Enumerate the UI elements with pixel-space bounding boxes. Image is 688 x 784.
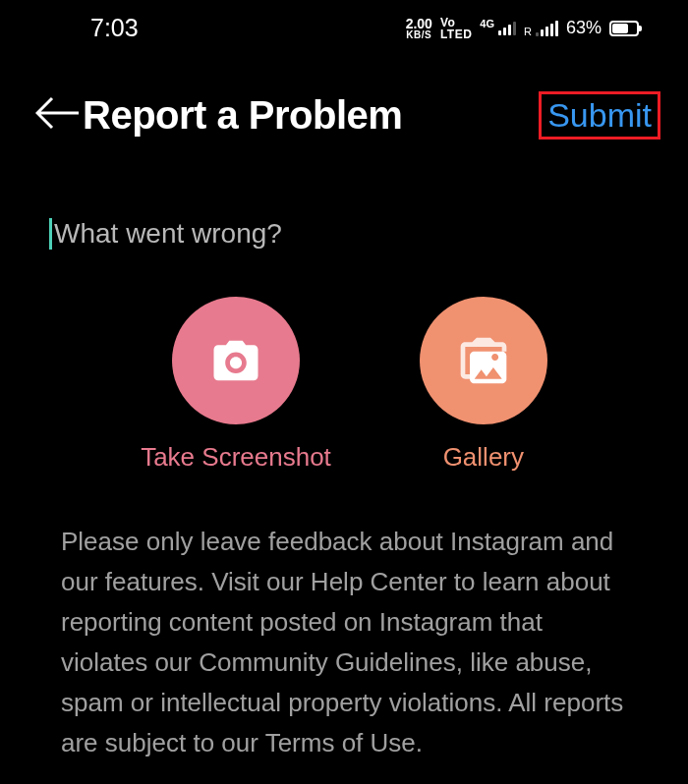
page-title: Report a Problem: [83, 93, 402, 138]
header-left: Report a Problem: [35, 93, 402, 138]
status-time: 7:03: [90, 14, 139, 42]
network-type: 4G: [480, 18, 494, 29]
battery-icon: [609, 21, 639, 36]
volte-indicator: Vo LTED: [440, 17, 472, 40]
attachment-actions: Take Screenshot Gallery: [49, 297, 639, 473]
feedback-placeholder: What went wrong?: [54, 218, 282, 250]
gallery-button[interactable]: [420, 297, 547, 424]
content-area: What went wrong? Take Screenshot Gallery…: [0, 159, 688, 763]
text-cursor-icon: [49, 218, 52, 250]
roaming-indicator: R: [524, 26, 532, 37]
submit-button[interactable]: Submit: [539, 91, 660, 140]
status-indicators: 2.00 KB/S Vo LTED 4G R: [406, 17, 639, 40]
speed-value: 2.00: [406, 17, 432, 30]
status-bar: 7:03 2.00 KB/S Vo LTED 4G R: [0, 0, 688, 52]
signal-group-2: R: [524, 21, 558, 36]
camera-icon: [209, 334, 262, 387]
gallery-label: Gallery: [443, 442, 524, 473]
signal-bars-icon: [498, 22, 516, 35]
signal-group-1: 4G: [480, 22, 516, 35]
gallery-icon: [456, 333, 511, 388]
back-arrow-icon[interactable]: [35, 96, 79, 136]
battery-percentage: 63%: [566, 18, 602, 38]
data-speed-indicator: 2.00 KB/S: [406, 17, 432, 40]
take-screenshot-button[interactable]: [172, 297, 300, 424]
take-screenshot-action[interactable]: Take Screenshot: [141, 297, 331, 473]
speed-unit: KB/S: [406, 30, 431, 40]
disclaimer-text: Please only leave feedback about Instagr…: [49, 522, 639, 763]
signal-bars-icon: [536, 21, 558, 36]
feedback-input[interactable]: What went wrong?: [49, 218, 639, 250]
app-header: Report a Problem Submit: [0, 52, 688, 159]
take-screenshot-label: Take Screenshot: [141, 442, 331, 473]
gallery-action[interactable]: Gallery: [420, 297, 547, 473]
